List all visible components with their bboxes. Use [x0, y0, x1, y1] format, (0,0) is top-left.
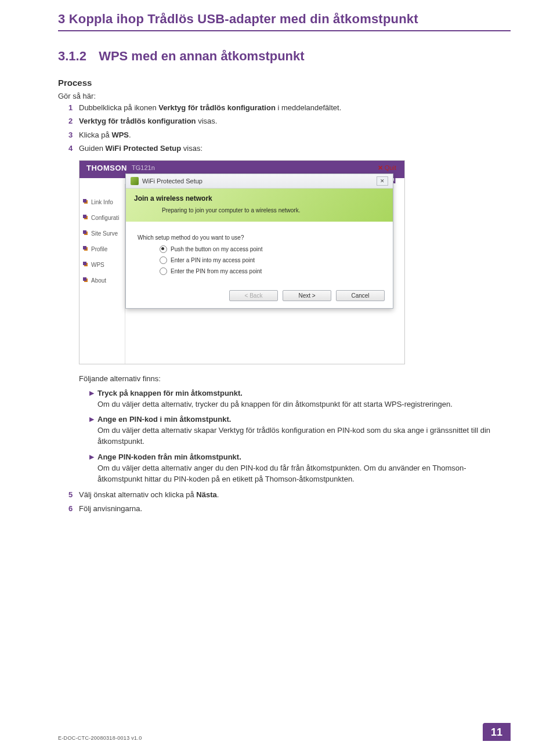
radio-icon [160, 267, 167, 275]
radio-icon [160, 256, 167, 264]
app-window: THOMSON TG121n ✕Quit SON Link Info Confi… [79, 160, 405, 364]
step-1: 1 Dubbelklicka på ikonen Verktyg för trå… [68, 102, 511, 114]
process-steps: 1 Dubbelklicka på ikonen Verktyg för trå… [68, 102, 511, 154]
step-text: Dubbelklicka på ikonen Verktyg för trådl… [79, 102, 511, 114]
alternative-enter-pin: ▶ Ange en PIN-kod i min åtkomstpunkt. Om… [89, 414, 511, 447]
radio-label: Enter the PIN from my access point [171, 268, 262, 274]
alternative-title: Ange en PIN-kod i min åtkomstpunkt. [97, 415, 231, 424]
step-3: 3 Klicka på WPS. [68, 129, 511, 141]
step-6: 6 Följ anvisningarna. [68, 503, 511, 515]
dialog-question: Which setup method do you want to use? [138, 234, 381, 241]
dialog-button-row: < Back Next > Cancel [126, 285, 393, 308]
cancel-button[interactable]: Cancel [336, 290, 385, 301]
bullet-icon: ▶ [89, 388, 97, 410]
alternative-text: Om du väljer detta alternativ anger du d… [97, 464, 466, 483]
alternative-title: Tryck på knappen för min åtkomstpunkt. [97, 389, 243, 397]
embedded-screenshot: THOMSON TG121n ✕Quit SON Link Info Confi… [79, 160, 511, 364]
sidebar-icon [83, 215, 89, 220]
sidebar-item-link-info[interactable]: Link Info [79, 194, 125, 210]
dialog-banner-subtitle: Preparing to join your computer to a wir… [162, 207, 385, 214]
sidebar-item-configuration[interactable]: Configurati [79, 210, 125, 226]
dialog-banner: Join a wireless network Preparing to joi… [126, 189, 393, 222]
dialog-title: WiFi Protected Setup [142, 178, 202, 185]
process-heading: Process [58, 78, 511, 88]
app-body: Link Info Configurati Site Surve Profile… [79, 184, 404, 364]
chapter-title: 3 Koppla ihop Trådlös USB-adapter med di… [58, 12, 511, 27]
back-button[interactable]: < Back [229, 290, 278, 301]
app-sidebar: Link Info Configurati Site Surve Profile… [79, 184, 125, 364]
brand-text: THOMSON [86, 164, 127, 172]
step-number: 4 [68, 143, 79, 154]
step-text: Klicka på WPS. [79, 129, 511, 141]
step-5: 5 Välj önskat alternativ och klicka på N… [68, 489, 511, 501]
process-intro: Gör så här: [58, 91, 511, 102]
step-number: 2 [68, 115, 79, 127]
alternative-title: Ange PIN-koden från min åtkomstpunkt. [97, 453, 241, 461]
dialog-titlebar: WiFi Protected Setup ✕ [126, 174, 393, 189]
step-number: 1 [68, 102, 79, 114]
radio-label: Push the button on my access point [171, 246, 262, 252]
radio-option-push-button[interactable]: Push the button on my access point [160, 245, 381, 253]
section-title-text: WPS med en annan åtkomstpunkt [99, 49, 305, 63]
step-text: Verktyg för trådlös konfiguration visas. [79, 115, 511, 127]
quit-link[interactable]: ✕Quit [378, 164, 396, 172]
wps-dialog: WiFi Protected Setup ✕ Join a wireless n… [125, 173, 393, 309]
step-number: 6 [68, 503, 79, 515]
step-number: 3 [68, 129, 79, 141]
dialog-body: Which setup method do you want to use? P… [126, 222, 393, 285]
sidebar-icon [83, 262, 89, 267]
alternative-text: Om du väljer detta alternativ skapar Ver… [97, 426, 490, 446]
bullet-icon: ▶ [89, 414, 97, 447]
radio-icon [160, 245, 167, 253]
section-heading: 3.1.2 WPS med en annan åtkomstpunkt [58, 49, 511, 64]
alternatives-intro: Följande alternativ finns: [79, 374, 511, 385]
document-page: 3 Koppla ihop Trådlös USB-adapter med di… [0, 0, 557, 756]
step-number: 5 [68, 489, 79, 501]
alternatives-list: ▶ Tryck på knappen för min åtkomstpunkt.… [89, 388, 511, 485]
sidebar-icon [83, 277, 89, 283]
section-number: 3.1.2 [58, 49, 95, 64]
doc-code: E-DOC-CTC-20080318-0013 v1.0 [58, 735, 142, 741]
dialog-banner-title: Join a wireless network [134, 194, 385, 202]
app-main: WiFi Protected Setup ✕ Join a wireless n… [125, 184, 404, 364]
page-footer: E-DOC-CTC-20080318-0013 v1.0 11 [58, 723, 511, 741]
step-2: 2 Verktyg för trådlös konfiguration visa… [68, 115, 511, 127]
sidebar-item-site-survey[interactable]: Site Surve [79, 226, 125, 241]
next-button[interactable]: Next > [283, 290, 331, 301]
alternative-push-button: ▶ Tryck på knappen för min åtkomstpunkt.… [89, 388, 511, 410]
alternative-pin-from-ap: ▶ Ange PIN-koden från min åtkomstpunkt. … [89, 452, 511, 485]
sidebar-icon [83, 246, 89, 252]
radio-option-enter-pin[interactable]: Enter a PIN into my access point [160, 256, 381, 264]
sidebar-item-profile[interactable]: Profile [79, 241, 125, 257]
sidebar-item-wps[interactable]: WPS [79, 257, 125, 273]
step-text: Följ anvisningarna. [79, 503, 511, 515]
wps-icon [131, 177, 139, 185]
bullet-icon: ▶ [89, 452, 97, 485]
device-model: TG121n [132, 164, 155, 171]
dialog-close-button[interactable]: ✕ [377, 176, 388, 186]
sidebar-item-about[interactable]: About [79, 273, 125, 288]
close-icon: ✕ [378, 164, 383, 171]
step-text: Välj önskat alternativ och klicka på Näs… [79, 489, 511, 501]
process-steps-cont: 5 Välj önskat alternativ och klicka på N… [68, 489, 511, 514]
radio-option-pin-from-ap[interactable]: Enter the PIN from my access point [160, 267, 381, 275]
step-text: Guiden WiFi Protected Setup visas: [79, 143, 511, 154]
alternative-text: Om du väljer detta alternativ, trycker d… [97, 400, 453, 408]
header-rule [58, 30, 511, 31]
page-number: 11 [483, 723, 511, 741]
sidebar-icon [83, 230, 89, 236]
radio-label: Enter a PIN into my access point [171, 257, 255, 263]
sidebar-icon [83, 199, 89, 205]
step-4: 4 Guiden WiFi Protected Setup visas: [68, 143, 511, 154]
